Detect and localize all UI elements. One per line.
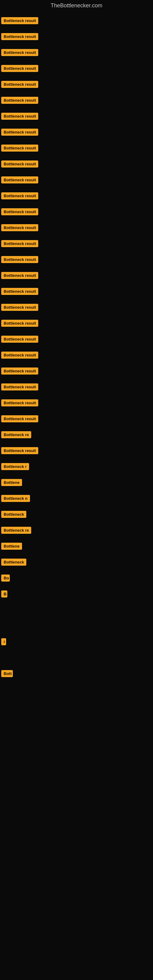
bottleneck-result-label: Bottleneck result <box>1 97 38 104</box>
bottleneck-result-label: Bottleneck <box>1 558 26 566</box>
bottleneck-row: Bottleneck result <box>0 331 153 347</box>
bottleneck-row: Bottleneck result <box>0 395 153 411</box>
bottleneck-result-label: Bottleneck result <box>1 17 38 24</box>
bottleneck-row: Bo <box>0 570 153 586</box>
bottleneck-result-label: Bottleneck <box>1 511 26 518</box>
bottleneck-row <box>0 777 153 793</box>
bottleneck-result-label: Bottleneck result <box>1 129 38 136</box>
bottleneck-row <box>0 745 153 761</box>
bottleneck-row: Bottleneck result <box>0 442 153 458</box>
bottleneck-row <box>0 602 153 618</box>
bottleneck-row: Bottleneck result <box>0 92 153 108</box>
bottleneck-result-label: Bottleneck result <box>1 145 38 151</box>
bottleneck-result-label: Bottleneck re <box>1 431 31 438</box>
bottleneck-result-label: Bottleneck result <box>1 383 38 390</box>
bottleneck-row <box>0 968 153 980</box>
bottleneck-row: Bottleneck result <box>0 363 153 379</box>
bottleneck-result-label: Bottleneck result <box>1 415 38 422</box>
bottleneck-result-label: Bottlene <box>1 479 22 486</box>
bottleneck-result-label: i <box>1 638 6 645</box>
bottleneck-result-label: B <box>1 590 7 598</box>
bottleneck-row: Bottleneck result <box>0 188 153 204</box>
bottleneck-row: Bottleneck result <box>0 267 153 283</box>
bottleneck-result-label: Bottleneck result <box>1 368 38 375</box>
bottleneck-row <box>0 761 153 777</box>
bottleneck-result-label: Bottleneck result <box>1 49 38 56</box>
bottleneck-result-label: Bottleneck result <box>1 352 38 359</box>
bottleneck-row: B <box>0 586 153 602</box>
bottleneck-row: Bottlene <box>0 474 153 490</box>
bottleneck-row <box>0 904 153 920</box>
bottleneck-row <box>0 793 153 809</box>
bottleneck-row: Bottleneck <box>0 506 153 522</box>
bottleneck-row: Bottleneck result <box>0 76 153 92</box>
bottleneck-result-label: Bottleneck result <box>1 113 38 120</box>
bottleneck-row: Bottleneck <box>0 554 153 570</box>
bottleneck-row: Bottleneck result <box>0 283 153 299</box>
bottleneck-row <box>0 920 153 936</box>
bottleneck-row: Bottleneck result <box>0 235 153 251</box>
bottleneck-row <box>0 936 153 952</box>
bottleneck-result-label: Bottleneck result <box>1 447 38 454</box>
bottleneck-result-label: Bottleneck n <box>1 495 30 502</box>
bottleneck-row: Bottleneck result <box>0 411 153 426</box>
bottleneck-result-label: Bottleneck result <box>1 288 38 295</box>
bottleneck-row <box>0 857 153 872</box>
bottleneck-result-label: Bottleneck result <box>1 304 38 311</box>
bottleneck-row: Bottleneck result <box>0 156 153 172</box>
bottleneck-row: Bottleneck re <box>0 426 153 442</box>
bottleneck-row: Bottleneck r <box>0 458 153 474</box>
bottleneck-row <box>0 809 153 825</box>
bottleneck-result-label: Bott <box>1 670 13 677</box>
bottleneck-row: Bottleneck result <box>0 315 153 331</box>
bottleneck-row <box>0 649 153 665</box>
site-title: TheBottlenecker.com <box>0 0 153 13</box>
bottleneck-row <box>0 618 153 634</box>
bottleneck-row: Bottleneck result <box>0 45 153 60</box>
bottleneck-result-label: Bottleneck result <box>1 224 38 231</box>
bottleneck-row <box>0 952 153 968</box>
bottleneck-row: Bott <box>0 665 153 681</box>
bottleneck-result-label: Bottleneck result <box>1 161 38 167</box>
bottleneck-result-label: Bottleneck result <box>1 272 38 279</box>
bottleneck-result-label: Bottleneck result <box>1 336 38 343</box>
bottleneck-row: Bottleneck result <box>0 124 153 140</box>
bottleneck-row: Bottleneck result <box>0 140 153 156</box>
bottleneck-result-label: Bottleneck result <box>1 192 38 199</box>
bottleneck-result-label: Bottleneck result <box>1 399 38 406</box>
bottleneck-result-label: Bottleneck result <box>1 177 38 183</box>
bottleneck-row: Bottleneck result <box>0 251 153 267</box>
bottleneck-result-label: Bottleneck result <box>1 240 38 247</box>
bottleneck-result-label: Bottleneck result <box>1 33 38 40</box>
bottleneck-row <box>0 825 153 841</box>
bottleneck-row: Bottleneck result <box>0 60 153 76</box>
bottleneck-row <box>0 841 153 857</box>
bottleneck-row: Bottleneck result <box>0 204 153 220</box>
bottleneck-row <box>0 697 153 713</box>
bottleneck-row <box>0 681 153 697</box>
bottleneck-result-label: Bottleneck result <box>1 256 38 263</box>
bottleneck-row: Bottleneck result <box>0 108 153 124</box>
bottleneck-result-label: Bottleneck r <box>1 463 29 470</box>
bottleneck-row: Bottleneck result <box>0 379 153 395</box>
bottleneck-row: Bottlene <box>0 538 153 554</box>
bottleneck-row: Bottleneck result <box>0 220 153 235</box>
bottleneck-row: Bottleneck result <box>0 172 153 188</box>
bottleneck-result-label: Bottleneck result <box>1 208 38 215</box>
bottleneck-row <box>0 888 153 904</box>
bottleneck-row: i <box>0 634 153 649</box>
bottleneck-result-label: Bo <box>1 574 10 582</box>
bottleneck-row: Bottleneck n <box>0 490 153 506</box>
bottleneck-row <box>0 713 153 729</box>
bottleneck-row: Bottleneck result <box>0 347 153 363</box>
bottleneck-result-label: Bottleneck result <box>1 65 38 72</box>
bottleneck-result-label: Bottleneck result <box>1 81 38 88</box>
bottleneck-row: Bottleneck result <box>0 299 153 315</box>
bottleneck-result-label: Bottlene <box>1 542 22 550</box>
bottleneck-result-label: Bottleneck result <box>1 320 38 327</box>
bottleneck-row: Bottleneck re <box>0 522 153 538</box>
bottleneck-row: Bottleneck result <box>0 29 153 45</box>
bottleneck-row <box>0 729 153 745</box>
bottleneck-row: Bottleneck result <box>0 13 153 29</box>
bottleneck-result-label: Bottleneck re <box>1 527 31 534</box>
